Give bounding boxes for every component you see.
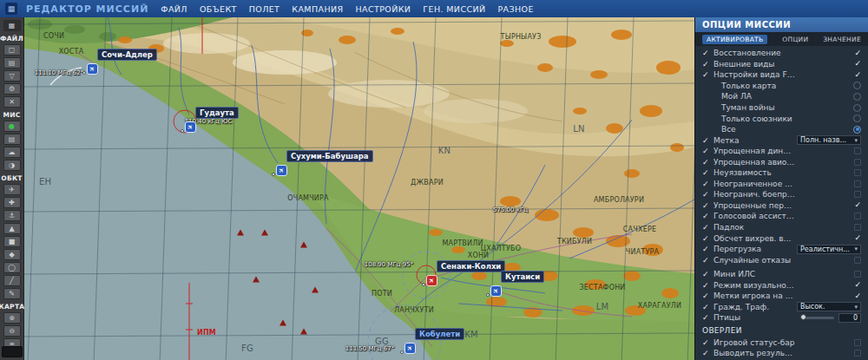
fly-mission-icon[interactable]: ● [3,121,21,132]
activate-checkbox[interactable]: ✓ [702,60,713,69]
value-checkbox[interactable] [854,191,861,198]
value-checkbox[interactable] [854,180,861,187]
add-ship-icon[interactable]: ⚓ [3,210,21,221]
add-static-object-icon[interactable]: ■ [3,236,21,247]
activate-checkbox[interactable]: ✓ [702,136,713,145]
menu-item-0[interactable]: ФАЙЛ [161,4,187,14]
airfield-label[interactable]: Гудаута [195,107,239,119]
menu-item-4[interactable]: НАСТРОЙКИ [355,4,411,14]
airfield-label[interactable]: Сенаки-Колхи [437,260,505,272]
activate-checkbox[interactable]: ✓ [702,256,713,265]
ship-group-marker[interactable] [300,329,307,335]
add-trigger-zone-icon[interactable]: ◯ [3,262,21,273]
value-checkbox[interactable] [854,271,861,278]
ship-group-marker[interactable] [261,230,268,236]
airfield-label[interactable]: Кутаиси [501,271,544,283]
activate-checkbox[interactable]: ✓ [702,180,713,188]
tab-options[interactable]: ОПЦИИ [782,36,808,43]
value-checkbox[interactable]: ✓ [854,49,861,57]
add-helicopter-icon[interactable]: ✚ [3,197,21,208]
activate-checkbox[interactable]: ✓ [702,212,713,220]
value-slider[interactable] [801,317,834,319]
activate-checkbox[interactable]: ✓ [702,291,713,300]
zoom-out-icon[interactable]: ⊖ [3,325,21,337]
airfield-label[interactable]: Кобулети [415,328,464,340]
airfield-label[interactable]: Сочи-Адлер [97,49,157,61]
add-aircraft-icon[interactable]: ✈ [3,184,21,195]
activate-checkbox[interactable]: ✓ [702,223,713,232]
add-template-icon[interactable]: ◆ [3,249,21,260]
ship-group-marker[interactable] [237,230,244,236]
activate-checkbox[interactable]: ✓ [702,313,713,322]
menu-item-6[interactable]: РАЗНОЕ [497,4,533,14]
value-checkbox[interactable]: ✓ [854,71,861,79]
value-checkbox[interactable] [854,169,861,176]
airfield-icon[interactable]: ✈ [404,343,416,354]
weather-icon[interactable]: ☁ [3,147,21,158]
activate-checkbox[interactable]: ✓ [702,168,713,177]
sidebar-menu-icon[interactable]: ▦ [3,20,21,31]
value-checkbox[interactable]: ✓ [854,292,861,300]
ruler-icon[interactable]: ╱ [3,275,21,286]
activate-checkbox[interactable]: ✓ [702,49,713,57]
value-dropdown[interactable]: Полн. назв...▾ [797,135,861,145]
value-radio[interactable] [853,104,861,112]
value-checkbox[interactable] [854,224,861,231]
activate-checkbox[interactable]: ✓ [702,201,713,210]
tab-value[interactable]: ЗНАЧЕНИЕ [823,36,861,43]
briefing-icon[interactable]: ▤ [3,134,21,145]
open-mission-icon[interactable]: ▤ [3,57,21,69]
value-checkbox[interactable]: ✓ [854,60,861,68]
value-checkbox[interactable] [854,339,861,346]
value-checkbox[interactable]: ✓ [854,281,861,289]
exit-icon[interactable]: ✕ [3,96,21,108]
zoom-in-icon[interactable]: ⊕ [3,312,21,324]
ship-group-marker[interactable] [300,242,307,248]
airfield-icon[interactable]: ✈ [490,285,502,297]
value-checkbox[interactable]: ✓ [854,234,861,242]
activate-checkbox[interactable]: ✓ [702,338,713,347]
activate-checkbox[interactable]: ✓ [702,70,713,79]
activate-checkbox[interactable]: ✓ [702,281,713,290]
value-radio[interactable] [853,93,861,101]
value-checkbox[interactable] [854,159,861,166]
value-checkbox[interactable] [854,257,861,264]
save-mission-icon[interactable]: ▽ [3,70,21,82]
activate-checkbox[interactable]: ✓ [702,147,713,155]
value-radio[interactable] [853,82,861,89]
activate-checkbox[interactable]: ✓ [702,234,713,243]
map-canvas[interactable]: СОЧИХОСТАТЫРНЫАУЗLNKNЕНОЧАМЧИРАДЖВАРИАМБ… [24,17,694,360]
airfield-icon[interactable]: ✈ [87,63,98,75]
tab-activate[interactable]: АКТИВИРОВАТЬ [702,35,767,44]
value-checkbox[interactable] [854,147,861,154]
menu-item-2[interactable]: ПОЛЕТ [249,4,280,14]
airfield-icon[interactable]: ✈ [185,121,196,133]
airfield-label[interactable]: Сухуми-Бабушара [286,150,373,162]
mission-settings-icon[interactable]: ⚙ [3,83,21,95]
activate-checkbox[interactable]: ✓ [702,190,713,199]
menu-item-1[interactable]: ОБЪЕКТ [200,4,237,14]
label-icon[interactable]: ✎ [3,288,21,299]
activate-checkbox[interactable]: ✓ [702,270,713,278]
time-of-day-icon[interactable]: ◑ [3,160,21,171]
value-radio[interactable] [853,126,861,134]
value-checkbox[interactable] [854,213,861,219]
new-mission-icon[interactable]: ▢ [3,44,21,56]
airfield-icon[interactable]: ✈ [276,165,287,176]
ship-group-marker[interactable] [253,277,260,283]
activate-checkbox[interactable]: ✓ [702,245,713,253]
activate-checkbox[interactable]: ✓ [702,158,713,167]
value-checkbox[interactable]: ✓ [854,201,861,209]
menu-item-3[interactable]: КАМПАНИЯ [292,4,343,14]
value-dropdown[interactable]: Высок.▾ [797,302,861,311]
value-checkbox[interactable] [854,350,861,357]
ship-group-marker[interactable] [312,287,319,293]
activate-checkbox[interactable]: ✓ [702,303,713,311]
value-dropdown[interactable]: Реалистичн...▾ [797,245,861,254]
menu-item-5[interactable]: ГЕН. МИССИЙ [423,4,485,14]
add-vehicle-icon[interactable]: ▲ [3,223,21,234]
activate-checkbox[interactable]: ✓ [702,349,713,357]
airfield-icon[interactable]: ✈ [426,275,437,286]
app-logo-icon[interactable]: ▦ [5,3,17,15]
value-radio[interactable] [853,115,861,122]
